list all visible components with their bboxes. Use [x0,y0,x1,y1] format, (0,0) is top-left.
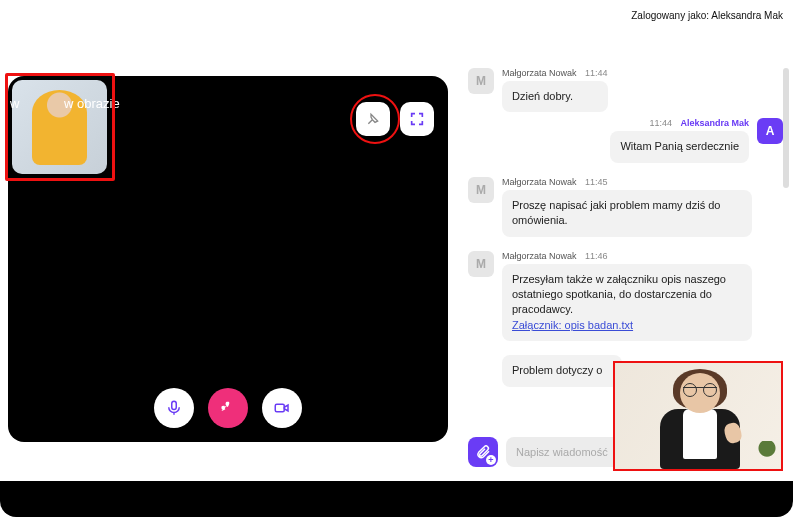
mic-icon [165,399,183,417]
attachment-link[interactable]: Załącznik: opis badan.txt [512,319,633,331]
msg-bubble: Dzień dobry. [502,81,608,112]
login-user: Aleksandra Mak [711,10,783,21]
msg-sender: Małgorzata Nowak [502,68,577,78]
msg-time: 11:44 [649,118,672,128]
video-call-panel: w w obrazie [8,76,448,442]
msg-time: 11:46 [585,251,608,261]
avatar: M [468,177,494,203]
attach-button[interactable]: + [468,437,498,467]
login-prefix: Zalogowany jako: [631,10,709,21]
msg-bubble: Problem dotyczy o [502,355,622,386]
floating-camera-preview[interactable] [613,361,783,471]
chat-message: M Małgorzata Nowak 11:46 Przesyłam także… [468,251,783,342]
msg-sender: Małgorzata Nowak [502,177,577,187]
plus-badge-icon: + [486,455,496,465]
svg-rect-1 [275,404,284,412]
msg-text: Przesyłam także w załączniku opis naszeg… [512,273,726,316]
svg-rect-0 [172,401,177,409]
phone-hangup-icon [219,399,237,417]
avatar: M [468,251,494,277]
msg-bubble: Proszę napisać jaki problem mamy dziś do… [502,190,752,237]
msg-bubble: Witam Panią serdecznie [610,131,749,162]
mic-toggle-button[interactable] [154,388,194,428]
chat-scrollbar[interactable] [783,68,789,368]
msg-time: 11:45 [585,177,608,187]
camera-toggle-button[interactable] [262,388,302,428]
end-call-button[interactable] [208,388,248,428]
msg-time: 11:44 [585,68,608,78]
login-status: Zalogowany jako: Aleksandra Mak [468,8,783,68]
msg-sender: Aleksandra Mak [680,118,749,128]
chat-message: 11:44 Aleksandra Mak Witam Panią serdecz… [468,118,783,162]
msg-sender: Małgorzata Nowak [502,251,577,261]
pin-button-highlight [350,94,400,144]
chat-message: M Małgorzata Nowak 11:45 Proszę napisać … [468,177,783,237]
chat-message: M Małgorzata Nowak 11:44 Dzień dobry. [468,68,783,112]
fullscreen-icon [409,111,425,127]
msg-bubble: Przesyłam także w załączniku opis naszeg… [502,264,752,342]
avatar: M [468,68,494,94]
avatar: A [757,118,783,144]
bottom-bar [0,481,793,517]
camera-icon [273,399,291,417]
pip-overflow-text: w [10,96,19,111]
pip-highlight-frame [5,73,115,181]
fullscreen-button[interactable] [400,102,434,136]
